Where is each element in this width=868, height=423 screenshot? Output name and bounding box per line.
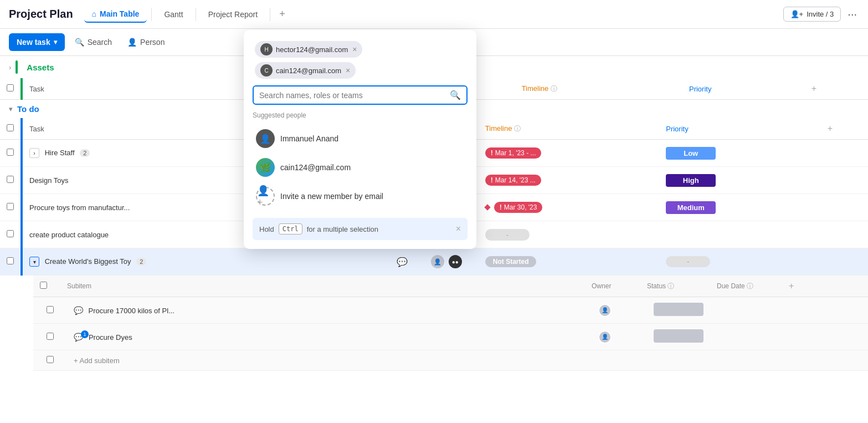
subitem-status[interactable] [640, 297, 710, 324]
suggested-label: Suggested people [253, 111, 468, 119]
people-item-cain[interactable]: 🌿 cain124@gmail.com [253, 154, 468, 181]
tab-project-report[interactable]: Project Report [201, 7, 265, 22]
add-tab-button[interactable]: + [275, 6, 290, 22]
subitem-status-badge [654, 303, 703, 316]
subitem-avatar: 👤 [598, 304, 612, 317]
task-cell: ▾ Create World's Biggest Toy 2 [22, 248, 390, 276]
timeline-cell[interactable]: ! Mar 14, '23 ... [479, 167, 659, 194]
checkbox-cell[interactable] [0, 248, 22, 276]
status-info-icon[interactable]: ⓘ [667, 282, 674, 290]
owner-cell[interactable]: 👤 ●● [423, 248, 479, 276]
timeline-info-icon[interactable]: ⓘ [551, 85, 557, 93]
subitem-duedate [710, 324, 782, 350]
subitem-duedate [710, 297, 782, 324]
add-subitem-cell[interactable]: + Add subitem [60, 350, 868, 371]
comment-cell[interactable]: 💬 [390, 248, 423, 276]
timeline-cell[interactable]: - [479, 221, 659, 248]
avatar-group: ●● [448, 254, 463, 269]
invite-icon: 👤+ [790, 10, 804, 18]
timeline-text: Mar 1, '23 - ... [495, 149, 536, 157]
checkbox-cell[interactable] [0, 194, 22, 221]
expand-icon[interactable]: ▾ [29, 257, 39, 267]
timeline-badge: ! Mar 30, '23 [494, 202, 543, 213]
more-options-button[interactable]: ··· [845, 6, 859, 23]
row-count: 2 [80, 149, 90, 157]
remove-tag-cain[interactable]: × [346, 66, 350, 75]
checkbox-cell[interactable] [0, 140, 22, 167]
search-icon-popup: 🔍 [450, 90, 461, 100]
subitem-name: 💬1 Procure Dyes [60, 324, 585, 350]
invite-button[interactable]: 👤+ Invite / 3 [783, 7, 841, 22]
top-nav: Project Plan ⌂ Main Table Gantt Project … [0, 0, 868, 29]
timeline-badge: ! Mar 14, '23 ... [485, 175, 541, 186]
people-avatar-immanuel: 👤 [256, 129, 275, 148]
people-list: 👤 Immanuel Anand 🌿 cain124@gmail.com 👤+ … [253, 125, 468, 210]
priority-cell[interactable]: High [659, 167, 820, 194]
hint-close-button[interactable]: × [456, 224, 461, 234]
priority-cell[interactable] [659, 221, 820, 248]
checkbox-header-assets[interactable] [0, 78, 22, 100]
subitem-status[interactable] [640, 324, 710, 350]
overdue-icon: ! [491, 149, 493, 157]
priority-badge: Low [666, 147, 716, 160]
tab-gantt[interactable]: Gantt [156, 7, 191, 22]
priority-header-todo: Priority [659, 118, 820, 140]
add-subitem-col[interactable]: + [782, 276, 868, 297]
tag-hector: H hector124@gmail.com × [255, 41, 362, 58]
invite-circle-icon: 👤+ [256, 187, 275, 206]
remove-tag-hector[interactable]: × [352, 45, 357, 54]
subitem-owner[interactable]: 👤 [585, 297, 640, 324]
timeline-info-icon2[interactable]: ⓘ [514, 125, 521, 132]
duedate-info-icon[interactable]: ⓘ [747, 282, 753, 290]
expand-icon[interactable]: › [29, 148, 39, 158]
task-name: Design Toys [29, 176, 69, 185]
subitem-avatar: 👤 [598, 330, 612, 344]
add-col-assets[interactable]: + [805, 78, 868, 100]
avatar-placeholder: 👤 [430, 254, 445, 269]
add-subitem-button[interactable]: + Add subitem [74, 356, 120, 365]
people-search-input[interactable] [259, 91, 445, 100]
group-name-assets: Assets [27, 63, 54, 72]
timeline-dash: - [485, 229, 530, 241]
duedate-col-header: Due Date ⓘ [710, 276, 782, 297]
subitem-checkbox[interactable] [33, 297, 60, 324]
avatar-1: ●● [448, 254, 463, 269]
tag-avatar-cain: C [260, 64, 273, 77]
subitem-comment-icon[interactable]: 💬1 [74, 333, 85, 342]
people-item-immanuel[interactable]: 👤 Immanuel Anand [253, 125, 468, 152]
timeline-text: Mar 30, '23 [504, 203, 537, 211]
group-indicator-assets [16, 60, 18, 74]
tag-email-cain: cain124@gmail.com [276, 67, 341, 75]
people-search-box[interactable]: 🔍 [253, 85, 468, 105]
subitem-owner[interactable]: 👤 [585, 324, 640, 350]
subitem-name: 💬 Procure 17000 kilos of Pl... [60, 297, 585, 324]
tab-main-table[interactable]: ⌂ Main Table [84, 6, 147, 23]
subitem-checkbox[interactable] [33, 324, 60, 350]
checkbox-header-todo[interactable] [0, 118, 22, 140]
timeline-cell[interactable]: ! Mar 1, '23 - ... [479, 140, 659, 167]
new-task-button[interactable]: New task ▾ [9, 33, 65, 51]
extra-cell [821, 167, 868, 194]
timeline-cell[interactable]: - [659, 248, 820, 276]
table-row-selected: ▾ Create World's Biggest Toy 2 💬 👤 ●● [0, 248, 868, 276]
timeline-cell[interactable]: ! Mar 30, '23 [479, 194, 659, 221]
status-cell[interactable]: Not Started [479, 248, 659, 276]
invite-new-member[interactable]: 👤+ Invite a new member by email [253, 182, 468, 210]
add-col-todo[interactable]: + [821, 118, 868, 140]
search-button[interactable]: 🔍 Search [69, 34, 117, 50]
status-col-header: Status ⓘ [640, 276, 710, 297]
nav-right: 👤+ Invite / 3 ··· [783, 6, 859, 23]
task-name: Procure toys from manufactur... [29, 203, 130, 212]
subitem-comment-icon[interactable]: 💬 [74, 306, 83, 315]
group-chevron-assets: › [9, 63, 11, 72]
priority-cell[interactable]: Low [659, 140, 820, 167]
tab-divider-3 [270, 8, 270, 21]
priority-cell[interactable]: Medium [659, 194, 820, 221]
checkbox-cell[interactable] [0, 221, 22, 248]
overdue-icon: ! [491, 176, 493, 184]
subitem-checkbox-header[interactable] [33, 276, 60, 297]
checkbox-cell[interactable] [0, 167, 22, 194]
subitem-checkbox[interactable] [33, 350, 60, 371]
subitem-extra [782, 297, 868, 324]
person-filter-button[interactable]: 👤 Person [122, 34, 170, 50]
